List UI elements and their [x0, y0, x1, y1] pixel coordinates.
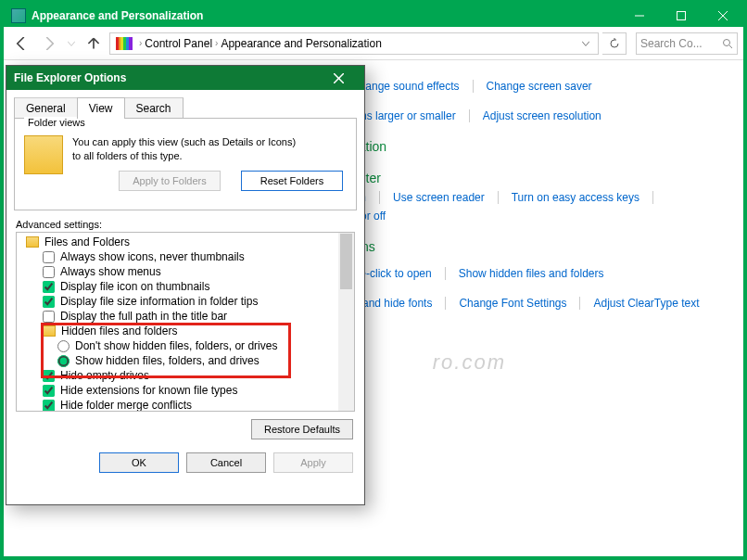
reset-folders-button[interactable]: Reset Folders: [241, 171, 343, 191]
tree-checkbox-item[interactable]: Display file size information in folder …: [17, 294, 338, 309]
checkbox[interactable]: [43, 266, 55, 278]
svg-line-5: [729, 45, 732, 48]
tree-item-label: Always show icons, never thumbnails: [60, 250, 245, 263]
refresh-button[interactable]: [602, 32, 627, 55]
dialog-footer: OK Cancel Apply: [6, 447, 364, 482]
search-placeholder: Search Co...: [640, 37, 703, 50]
category-link[interactable]: Change Font Settings: [459, 297, 580, 310]
tree-checkbox-item[interactable]: Display the full path in the title bar: [17, 309, 338, 324]
tree-checkbox-item[interactable]: Hide extensions for known file types: [17, 383, 338, 398]
apply-to-folders-button[interactable]: Apply to Folders: [119, 171, 221, 191]
category-heading[interactable]: enter: [351, 171, 703, 185]
tree-group-label: Hidden files and folders: [61, 325, 177, 337]
tree-root: Files and Folders: [17, 235, 338, 249]
category-link[interactable]: Change screen saver: [487, 80, 592, 93]
search-input[interactable]: Search Co...: [636, 32, 738, 55]
category-heading[interactable]: ions: [351, 239, 706, 254]
ok-button[interactable]: OK: [99, 452, 179, 473]
checkbox[interactable]: [43, 251, 55, 263]
breadcrumb-level[interactable]: Control Panel: [145, 37, 212, 50]
search-icon: [722, 38, 733, 49]
checkbox[interactable]: [43, 296, 55, 308]
scrollbar[interactable]: [338, 233, 354, 411]
control-panel-icon: [11, 8, 26, 23]
svg-rect-1: [677, 11, 685, 19]
advanced-settings-label: Advanced settings:: [16, 219, 355, 230]
maximize-button[interactable]: [660, 4, 702, 27]
advanced-settings-tree: Files and FoldersAlways show icons, neve…: [16, 232, 355, 412]
tab-view[interactable]: View: [77, 97, 125, 119]
category-link[interactable]: Change sound effects: [351, 80, 474, 93]
back-button[interactable]: [9, 32, 33, 56]
category-link[interactable]: Adjust screen resolution: [483, 109, 601, 122]
file-explorer-options-dialog: File Explorer Options General View Searc…: [6, 65, 365, 505]
tree-item-label: Hide extensions for known file types: [60, 384, 237, 397]
tree-item-label: Hide folder merge conflicts: [60, 399, 192, 412]
category-link[interactable]: Turn on easy access keys: [512, 191, 653, 204]
tree-checkbox-item[interactable]: Always show icons, never thumbnails: [17, 249, 338, 264]
dialog-titlebar: File Explorer Options: [6, 66, 364, 90]
breadcrumb-dropdown[interactable]: [577, 40, 594, 47]
scrollbar-thumb[interactable]: [340, 234, 352, 289]
minimize-button[interactable]: [618, 4, 660, 27]
tree-item-label: Display the full path in the title bar: [60, 310, 227, 323]
titlebar: Appearance and Personalization: [4, 4, 743, 27]
breadcrumb-level[interactable]: Appearance and Personalization: [221, 37, 381, 50]
close-button[interactable]: [702, 4, 743, 27]
checkbox[interactable]: [43, 400, 55, 412]
tree-checkbox-item[interactable]: Display file icon on thumbnails: [17, 279, 338, 294]
checkbox[interactable]: [43, 385, 55, 397]
cancel-button[interactable]: Cancel: [186, 452, 266, 473]
tree-item-label: Display file icon on thumbnails: [60, 280, 209, 293]
chevron-right-icon: ›: [215, 38, 218, 48]
up-button[interactable]: [82, 32, 106, 56]
radio[interactable]: [57, 340, 70, 352]
dialog-close-button[interactable]: [320, 68, 357, 88]
checkbox[interactable]: [43, 370, 55, 382]
tab-search[interactable]: Search: [124, 97, 184, 119]
restore-defaults-button[interactable]: Restore Defaults: [251, 419, 353, 439]
folder-icon: [43, 325, 56, 337]
tree-root-label: Files and Folders: [44, 235, 130, 248]
window-title: Appearance and Personalization: [32, 9, 618, 22]
radio[interactable]: [57, 355, 70, 367]
category-link[interactable]: n or off: [351, 210, 703, 223]
breadcrumb[interactable]: › Control Panel › Appearance and Persona…: [109, 32, 599, 55]
tree-item-label: Always show menus: [60, 265, 161, 278]
checkbox[interactable]: [43, 311, 55, 323]
tree-radio-item[interactable]: Don't show hidden files, folders, or dri…: [17, 338, 338, 353]
tree-checkbox-item[interactable]: Always show menus: [17, 264, 338, 279]
category-link[interactable]: ble-click to open: [351, 267, 446, 280]
folder-views-icon: [24, 135, 63, 174]
folder-views-text: You can apply this view (such as Details…: [72, 135, 304, 163]
folder-views-group: Folder views You can apply this view (su…: [14, 118, 357, 210]
recent-dropdown[interactable]: [65, 32, 78, 56]
category-link[interactable]: Adjust ClearType text: [593, 297, 699, 310]
forward-button[interactable]: [37, 32, 61, 56]
dialog-title: File Explorer Options: [14, 71, 126, 84]
dialog-tabs: General View Search: [14, 97, 357, 119]
tree-item-label: Don't show hidden files, folders, or dri…: [75, 339, 277, 352]
category-link[interactable]: ems larger or smaller: [351, 109, 470, 122]
checkbox[interactable]: [43, 281, 55, 293]
category-link[interactable]: Show hidden files and folders: [459, 267, 604, 280]
category-link[interactable]: w and hide fonts: [351, 297, 446, 310]
svg-point-4: [724, 39, 730, 45]
apply-button[interactable]: Apply: [273, 452, 353, 473]
category-icon: [116, 37, 133, 50]
tree-checkbox-item[interactable]: Hide empty drives: [17, 368, 338, 383]
folder-icon: [26, 236, 39, 248]
tree-radio-item[interactable]: Show hidden files, folders, and drives: [17, 353, 338, 368]
tree-checkbox-item[interactable]: Hide folder merge conflicts: [17, 398, 338, 412]
tree-item-label: Show hidden files, folders, and drives: [75, 354, 260, 367]
tree-group: Hidden files and folders: [17, 324, 338, 338]
chevron-right-icon: ›: [139, 38, 142, 48]
tree-item-label: Hide empty drives: [60, 369, 149, 382]
category-link[interactable]: Use screen reader: [393, 191, 499, 204]
tree-item-label: Display file size information in folder …: [60, 295, 258, 308]
tab-general[interactable]: General: [14, 97, 78, 119]
navbar: › Control Panel › Appearance and Persona…: [4, 27, 743, 60]
